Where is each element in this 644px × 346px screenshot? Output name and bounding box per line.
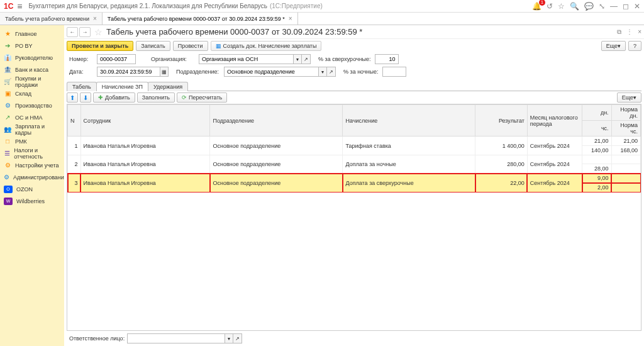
sidebar-item-13[interactable]: OOZON <box>0 183 64 195</box>
date-field[interactable] <box>97 67 160 77</box>
create-doc-icon: ▦ <box>216 43 221 49</box>
dropdown-icon[interactable]: ▾ <box>293 54 302 64</box>
dept-field[interactable] <box>224 67 318 77</box>
table-row[interactable]: 2Иванова Наталья ИгоревнаОсновное подраз… <box>68 155 641 164</box>
subtab-withholding[interactable]: Удержания <box>148 82 188 91</box>
sidebar-item-7[interactable]: ↗ОС и НМА <box>0 111 64 123</box>
chat-icon[interactable]: 💬 <box>584 2 594 11</box>
col-accrual[interactable]: Начисление <box>343 105 475 137</box>
col-employee[interactable]: Сотрудник <box>80 105 210 137</box>
dropdown-icon[interactable]: ▾ <box>225 333 233 343</box>
open-ref-icon[interactable]: ↗ <box>302 54 311 64</box>
sidebar-item-6[interactable]: ⚙Производство <box>0 99 64 111</box>
sidebar-icon: ↗ <box>4 114 11 121</box>
col-dept[interactable]: Подразделение <box>210 105 343 137</box>
sidebar-icon: ☰ <box>4 150 10 157</box>
open-window-icon[interactable]: ⧉ <box>617 28 621 36</box>
subtab-accrual[interactable]: Начисление ЗП <box>96 82 148 91</box>
col-dn[interactable]: дн. <box>582 105 611 121</box>
move-up-button[interactable]: ⬆ <box>67 92 78 103</box>
tab-close-icon[interactable]: × <box>289 15 292 22</box>
sidebar-icon: 👔 <box>4 54 11 62</box>
col-norm-dn[interactable]: Норма дн. <box>611 105 640 121</box>
favorite-icon[interactable]: ☆ <box>94 27 103 37</box>
create-salary-doc-button[interactable]: ▦ Создать док. Начисление зарплаты <box>211 41 322 51</box>
fill-button[interactable]: Заполнить <box>137 92 175 103</box>
move-down-button[interactable]: ⬇ <box>80 92 91 103</box>
sidebar-icon: ⚙ <box>4 174 9 181</box>
col-n[interactable]: N <box>68 105 81 137</box>
overtime-label: % за сверхурочные: <box>318 56 371 62</box>
table-more-button[interactable]: Еще ▾ <box>617 92 641 103</box>
write-button[interactable]: Записать <box>136 41 170 51</box>
doc-tab-1[interactable]: Табель учета рабочего времени 0000-0037 … <box>103 13 298 25</box>
open-ref-icon[interactable]: ↗ <box>233 333 242 343</box>
sidebar-item-5[interactable]: ▣Склад <box>0 87 64 99</box>
org-label: Организация: <box>151 56 195 62</box>
bell-icon[interactable]: 🔔1 <box>532 2 541 11</box>
calendar-icon[interactable]: ▦ <box>160 67 169 77</box>
sidebar-item-4[interactable]: 🛒Покупки и продажи <box>0 75 64 87</box>
add-row-button[interactable]: ✚Добавить <box>93 92 135 103</box>
doc-menu-icon[interactable]: ⋮ <box>626 28 633 36</box>
responsible-field[interactable] <box>127 333 225 343</box>
app-subtitle: (1С:Предприятие) <box>270 3 323 9</box>
sidebar-item-2[interactable]: 👔Руководителю <box>0 52 64 64</box>
doc-tab-0[interactable]: Табель учета рабочего времени × <box>0 13 103 25</box>
sidebar-label: Настройки учета <box>15 162 59 169</box>
col-norm-chs[interactable]: Норма чс. <box>611 121 640 137</box>
search-icon[interactable]: 🔍 <box>570 2 579 11</box>
sidebar-item-1[interactable]: ➔PO BY <box>0 40 64 52</box>
sidebar-label: Wildberries <box>16 198 45 204</box>
burger-icon[interactable]: ≡ <box>17 1 22 11</box>
col-chs[interactable]: чс. <box>582 121 611 137</box>
sidebar-icon: ★ <box>4 30 11 38</box>
sidebar-label: Администрирование <box>13 174 67 181</box>
back-button[interactable]: ← <box>67 27 78 37</box>
number-label: Номер: <box>69 56 93 62</box>
tab-close-icon[interactable]: × <box>93 15 97 22</box>
forward-button[interactable]: → <box>79 27 91 37</box>
table-row[interactable]: 3Иванова Наталья ИгоревнаОсновное подраз… <box>68 174 641 183</box>
sidebar-label: РМК <box>15 138 27 145</box>
sidebar-label: Зарплата и кадры <box>15 123 60 136</box>
help-button[interactable]: ? <box>628 41 641 51</box>
sidebar-label: Банк и касса <box>15 67 48 73</box>
sidebar-item-14[interactable]: WWildberries <box>0 195 64 207</box>
app-title: Бухгалтерия для Беларуси, редакция 2.1. … <box>29 3 267 9</box>
org-field[interactable] <box>199 54 293 64</box>
sidebar-item-10[interactable]: ☰Налоги и отчетность <box>0 147 64 159</box>
sidebar-icon: ⚙ <box>4 102 11 109</box>
dropdown-icon[interactable]: ▾ <box>318 67 327 77</box>
history-icon[interactable]: ↺ <box>547 2 553 11</box>
star-icon[interactable]: ☆ <box>558 2 565 11</box>
doc-close-icon[interactable]: × <box>638 28 641 36</box>
night-field[interactable] <box>382 67 406 77</box>
sidebar-label: ОС и НМА <box>15 114 43 121</box>
sidebar-item-11[interactable]: ⚙Настройки учета <box>0 159 64 171</box>
sidebar-label: Руководителю <box>15 55 53 61</box>
sidebar-icon: 👥 <box>4 126 11 133</box>
number-field[interactable] <box>97 54 136 64</box>
open-ref-icon[interactable]: ↗ <box>327 67 336 77</box>
collapse-icon[interactable]: ⤡ <box>599 2 605 11</box>
maximize-icon[interactable]: ◻ <box>623 2 629 11</box>
minimize-icon[interactable]: — <box>610 2 618 11</box>
recalc-button[interactable]: ⟳Пересчитать <box>177 92 227 103</box>
responsible-label: Ответственное лицо: <box>69 335 125 342</box>
close-icon[interactable]: ✕ <box>634 2 640 11</box>
sidebar-item-8[interactable]: 👥Зарплата и кадры <box>0 123 64 135</box>
sidebar-label: OZON <box>16 186 33 193</box>
col-result[interactable]: Результат <box>475 105 527 137</box>
post-button[interactable]: Провести <box>173 41 208 51</box>
subtab-timesheet[interactable]: Табель <box>67 82 97 91</box>
overtime-field[interactable] <box>375 54 399 64</box>
sidebar-item-3[interactable]: 🏦Банк и касса <box>0 64 64 75</box>
more-button[interactable]: Еще ▾ <box>601 41 626 51</box>
post-close-button[interactable]: Провести и закрыть <box>67 41 133 51</box>
col-period[interactable]: Месяц налогового периода <box>527 105 582 137</box>
sidebar-item-9[interactable]: □РМК <box>0 135 64 147</box>
sidebar-item-0[interactable]: ★Главное <box>0 28 64 40</box>
sidebar-item-12[interactable]: ⚙Администрирование <box>0 171 64 183</box>
table-row[interactable]: 1Иванова Наталья ИгоревнаОсновное подраз… <box>68 137 641 146</box>
